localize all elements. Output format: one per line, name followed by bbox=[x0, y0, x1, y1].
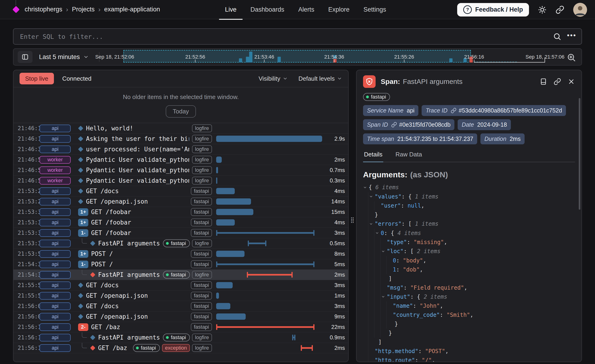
otel-scope-tag[interactable]: logfire bbox=[192, 156, 212, 164]
expand-toggle[interactable]: 1- bbox=[78, 229, 88, 237]
logfire-logo-icon[interactable] bbox=[12, 6, 20, 13]
expand-toggle[interactable]: 1+ bbox=[78, 250, 88, 258]
list-item[interactable]: 21:46:19apiHello, world!logfire bbox=[14, 123, 348, 134]
time-selection-region[interactable] bbox=[123, 50, 471, 63]
expand-toggle[interactable]: 1+ bbox=[78, 208, 88, 216]
otel-scope-tag[interactable]: logfire bbox=[192, 344, 212, 352]
service-badge[interactable]: api bbox=[40, 125, 71, 132]
collapse-toggle-icon[interactable] bbox=[369, 192, 375, 201]
service-badge[interactable]: api bbox=[40, 198, 71, 206]
service-badge[interactable]: api bbox=[40, 292, 71, 300]
meta-span-id[interactable]: Span ID#0e31f5fd70e08cdb bbox=[363, 119, 454, 130]
service-badge[interactable]: worker bbox=[40, 177, 71, 185]
sql-filter-input[interactable] bbox=[14, 29, 581, 44]
otel-scope-tag[interactable]: logfire bbox=[192, 145, 212, 153]
service-badge[interactable]: api bbox=[40, 187, 71, 195]
sidebar-toggle-icon[interactable] bbox=[18, 51, 33, 63]
otel-scope-tag[interactable]: fastapi bbox=[191, 198, 212, 206]
meta-date[interactable]: Date2024-09-18 bbox=[458, 119, 511, 130]
breadcrumb-user[interactable]: christophergs bbox=[25, 6, 62, 13]
service-badge[interactable]: api bbox=[40, 135, 71, 143]
list-item[interactable]: 21:46:55workerPydantic User validate_pyt… bbox=[14, 155, 348, 165]
list-item[interactable]: 21:46:55workerPydantic User validate_pyt… bbox=[14, 165, 348, 176]
service-badge[interactable]: api bbox=[40, 302, 71, 310]
otel-scope-tag[interactable]: logfire bbox=[192, 271, 212, 279]
zoom-in-icon[interactable] bbox=[567, 53, 576, 62]
meta-trace-id[interactable]: Trace ID#53ddc40980a86b57bfe89c1cc01c752… bbox=[422, 105, 566, 116]
service-badge[interactable]: api bbox=[40, 250, 71, 258]
otel-scope-tag[interactable]: logfire bbox=[192, 334, 212, 342]
tab-settings[interactable]: Settings bbox=[356, 0, 393, 19]
list-item[interactable]: 21:53:35apiFastAPI argumentsfastapilogfi… bbox=[14, 238, 348, 249]
otel-scope-tag[interactable]: fastapi bbox=[191, 313, 212, 321]
otel-scope-tag[interactable]: fastapi bbox=[191, 323, 212, 331]
default-levels-dropdown[interactable]: Default levels bbox=[298, 75, 342, 82]
link-icon[interactable] bbox=[451, 108, 456, 114]
panel-resize-handle[interactable]: ⣿ bbox=[350, 213, 355, 226]
exception-tag[interactable]: exception bbox=[162, 344, 190, 352]
otel-scope-tag[interactable]: fastapi bbox=[191, 219, 212, 226]
list-item[interactable]: 21:54:37api1-POST /fastapi5ms bbox=[14, 259, 348, 270]
service-badge[interactable]: worker bbox=[40, 156, 71, 164]
expand-toggle[interactable]: 1+ bbox=[78, 219, 88, 226]
meta-time-span[interactable]: Time span21:54:37.235 to 21:54:37.237 bbox=[363, 133, 477, 144]
list-item[interactable]: 21:53:33api1+GET /foobarfastapi15ms bbox=[14, 207, 348, 217]
meta-service-name[interactable]: Service Nameapi bbox=[363, 105, 418, 116]
otel-scope-tag[interactable]: fastapi bbox=[191, 292, 212, 300]
collapse-toggle-icon[interactable] bbox=[375, 229, 381, 238]
service-badge[interactable]: api bbox=[40, 281, 71, 289]
scrollbar-thumb[interactable] bbox=[579, 98, 580, 210]
service-badge[interactable]: api bbox=[40, 323, 71, 331]
theme-toggle-icon[interactable] bbox=[538, 5, 547, 14]
tab-raw-data[interactable]: Raw Data bbox=[394, 151, 423, 162]
service-badge[interactable]: worker bbox=[40, 166, 71, 174]
list-item[interactable]: 21:54:37apiFastAPI argumentsfastapilogfi… bbox=[14, 270, 348, 280]
service-badge[interactable]: api bbox=[40, 271, 71, 279]
list-item[interactable]: 21:53:35api1+GET /foobarfastapi4ms bbox=[14, 217, 348, 228]
breadcrumb-project-name[interactable]: example-application bbox=[104, 6, 160, 13]
service-badge[interactable]: api bbox=[40, 261, 71, 268]
list-item[interactable]: 21:46:19apiAsking the user for their bir… bbox=[14, 134, 348, 144]
otel-scope-tag[interactable]: logfire bbox=[192, 166, 212, 174]
list-item[interactable]: 21:55:58apiGET /openapi.jsonfastapi1ms bbox=[14, 291, 348, 301]
list-item[interactable]: 21:56:09apiGET /openapi.jsonfastapi9ms bbox=[14, 312, 348, 322]
service-badge[interactable]: api bbox=[40, 229, 71, 237]
otel-scope-tag[interactable]: fastapi bbox=[191, 302, 212, 310]
list-item[interactable]: 21:56:13apiGET /baz (fofastapiexceptionl… bbox=[14, 343, 348, 353]
list-item[interactable]: 21:53:35api1-GET /foobarfastapi3ms bbox=[14, 228, 348, 238]
service-scope-tag[interactable]: fastapi bbox=[363, 93, 390, 101]
link-icon[interactable] bbox=[391, 122, 397, 128]
list-item[interactable]: 21:53:56api1+POST /fastapi8ms bbox=[14, 249, 348, 259]
visibility-dropdown[interactable]: Visibility bbox=[258, 75, 288, 82]
share-link-icon[interactable] bbox=[555, 5, 564, 14]
today-button[interactable]: Today bbox=[166, 105, 196, 118]
otel-scope-tag[interactable]: logfire bbox=[192, 135, 212, 143]
list-item[interactable]: 21:56:13apiFastAPI argumentsfastapilogfi… bbox=[14, 332, 348, 343]
meta-duration[interactable]: Duration2ms bbox=[480, 133, 524, 144]
activity-histogram[interactable]: Sep 18, 21:52:0621:52:5621:53:4621:54:36… bbox=[102, 49, 562, 65]
otel-scope-tag[interactable]: logfire bbox=[192, 124, 212, 132]
otel-scope-tag[interactable]: fastapi bbox=[191, 260, 212, 268]
list-item[interactable]: 21:56:09apiGET /docsfastapi3ms bbox=[14, 301, 348, 312]
avatar[interactable] bbox=[573, 3, 587, 17]
tab-live[interactable]: Live bbox=[218, 0, 244, 19]
service-scope-tag[interactable]: fastapi bbox=[163, 239, 190, 247]
link-icon[interactable] bbox=[554, 78, 561, 85]
service-badge[interactable]: api bbox=[40, 313, 71, 321]
expand-toggle[interactable]: 1- bbox=[78, 261, 88, 268]
otel-scope-tag[interactable]: fastapi bbox=[191, 229, 212, 237]
collapse-toggle-icon[interactable] bbox=[369, 220, 375, 229]
list-item[interactable]: 21:56:13api2-GET /bazfastapi22ms bbox=[14, 322, 348, 332]
breadcrumb-projects[interactable]: Projects bbox=[72, 6, 95, 13]
list-item[interactable]: 21:53:28apiGET /openapi.jsonfastapi14ms bbox=[14, 196, 348, 207]
tab-details[interactable]: Details bbox=[363, 151, 383, 162]
collapse-toggle-icon[interactable] bbox=[381, 247, 387, 256]
service-badge[interactable]: api bbox=[40, 145, 71, 153]
otel-scope-tag[interactable]: fastapi bbox=[191, 281, 212, 289]
reading-pane-icon[interactable] bbox=[540, 78, 547, 85]
more-options-icon[interactable]: ••• bbox=[567, 32, 576, 41]
otel-scope-tag[interactable]: fastapi bbox=[191, 208, 212, 216]
service-scope-tag[interactable]: fastapi bbox=[133, 344, 160, 352]
service-badge[interactable]: api bbox=[40, 344, 71, 352]
service-badge[interactable]: api bbox=[40, 219, 71, 226]
